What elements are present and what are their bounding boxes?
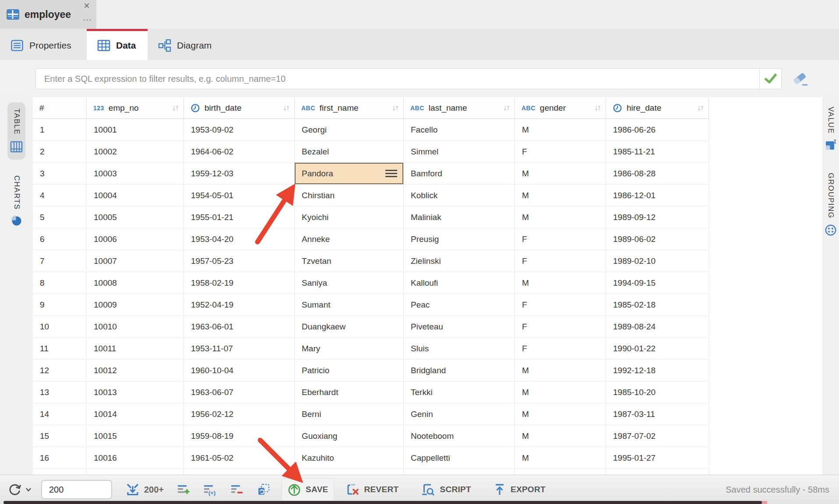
grid-cell[interactable]: 10007 [87, 250, 184, 272]
grid-cell[interactable]: Kazuhito [295, 447, 404, 469]
save-button[interactable]: SAVE [282, 479, 334, 500]
grid-cell[interactable]: M [515, 206, 606, 228]
grid-cell[interactable]: 1986-06-26 [606, 119, 709, 141]
refresh-button[interactable] [7, 482, 32, 497]
grid-cell[interactable]: 1963-06-01 [184, 316, 295, 338]
grid-cell[interactable]: Bezalel [295, 141, 404, 163]
grid-cell[interactable]: Facello [404, 119, 515, 141]
grid-cell[interactable]: Koblick [404, 185, 515, 206]
grid-cell[interactable]: Simmel [404, 141, 515, 163]
grid-cell[interactable]: 1986-08-28 [606, 163, 709, 185]
row-number-cell[interactable]: 15 [33, 425, 87, 447]
grid-cell[interactable]: 10011 [87, 338, 184, 360]
grid-cell[interactable]: 1957-05-23 [184, 250, 295, 272]
row-number-cell[interactable]: 10 [33, 316, 87, 338]
row-number-cell[interactable]: 1 [33, 119, 87, 141]
grid-cell[interactable]: 1953-04-20 [184, 228, 295, 250]
cell-options-icon[interactable] [385, 170, 397, 177]
grid-cell[interactable]: 1954-05-01 [184, 185, 295, 206]
grid-cell[interactable]: Bridgland [404, 360, 515, 382]
grid-cell[interactable]: M [515, 403, 606, 425]
grid-cell[interactable]: 1995-01-27 [606, 447, 709, 469]
grid-cell[interactable]: 1987-07-02 [606, 425, 709, 447]
tab-data[interactable]: Data [87, 29, 148, 60]
grid-cell[interactable]: Mary [295, 338, 404, 360]
grid-cell[interactable]: M [515, 425, 606, 447]
duplicate-row-button[interactable]: (+) [203, 483, 217, 496]
grid-cell[interactable]: F [515, 250, 606, 272]
row-number-cell[interactable]: 11 [33, 338, 87, 360]
row-number-cell[interactable]: 13 [33, 382, 87, 403]
grid-cell[interactable]: Duangkaew [295, 316, 404, 338]
editor-tab-employee[interactable]: employee [0, 0, 96, 29]
grid-cell[interactable]: M [515, 185, 606, 206]
grid-cell[interactable]: Eberhardt [295, 382, 404, 403]
grid-cell[interactable]: Piveteau [404, 316, 515, 338]
grid-cell[interactable]: 10001 [87, 119, 184, 141]
grid-cell[interactable]: 1985-02-18 [606, 294, 709, 316]
grid-cell[interactable]: 1990-01-22 [606, 338, 709, 360]
grid-cell[interactable]: 1964-06-02 [184, 141, 295, 163]
grid-cell[interactable]: F [515, 316, 606, 338]
column-header-first_name[interactable]: ABCfirst_name↓↑ [295, 97, 404, 119]
row-number-cell[interactable]: 14 [33, 403, 87, 425]
grid-cell[interactable]: 10004 [87, 185, 184, 206]
close-icon[interactable]: × [84, 0, 90, 11]
rail-tab-grouping[interactable]: GROUPING [822, 167, 839, 242]
grid-cell[interactable]: 1961-05-02 [184, 447, 295, 469]
column-header-rownum[interactable]: # [33, 97, 87, 119]
add-row-button[interactable] [177, 483, 190, 496]
revert-button[interactable]: REVERT [341, 479, 404, 500]
grid-cell[interactable]: 1989-08-24 [606, 316, 709, 338]
grid-cell[interactable]: 10015 [87, 425, 184, 447]
grid-cell[interactable]: 1959-08-19 [184, 425, 295, 447]
grid-cell[interactable]: Peac [404, 294, 515, 316]
grid-cell[interactable]: 1960-10-04 [184, 360, 295, 382]
sort-icon[interactable]: ↓↑ [392, 103, 398, 112]
tab-overflow-icon[interactable]: ··· [83, 16, 92, 24]
grid-cell[interactable]: Guoxiang [295, 425, 404, 447]
tab-properties[interactable]: Properties [0, 29, 87, 60]
grid-cell[interactable]: 10008 [87, 272, 184, 294]
row-number-cell[interactable]: 7 [33, 250, 87, 272]
grid-cell[interactable]: Cappelletti [404, 447, 515, 469]
grid-cell[interactable]: 10003 [87, 163, 184, 185]
export-button[interactable]: EXPORT [488, 479, 551, 500]
delete-row-button[interactable] [230, 483, 243, 496]
grid-cell[interactable]: 10016 [87, 447, 184, 469]
grid-cell[interactable]: 1952-04-19 [184, 294, 295, 316]
row-number-cell[interactable]: 6 [33, 228, 87, 250]
grid-cell[interactable]: 1989-09-12 [606, 206, 709, 228]
grid-cell[interactable]: 10013 [87, 382, 184, 403]
rail-tab-charts[interactable]: CHARTS [9, 169, 24, 232]
grid-cell[interactable]: M [515, 163, 606, 185]
grid-cell[interactable]: 10010 [87, 316, 184, 338]
grid-cell[interactable]: Kalloufi [404, 272, 515, 294]
grid-cell[interactable]: Terkki [404, 382, 515, 403]
grid-cell[interactable]: Bamford [404, 163, 515, 185]
sort-icon[interactable]: ↓↑ [172, 103, 178, 112]
grid-cell[interactable]: 10006 [87, 228, 184, 250]
grid-cell[interactable]: Sluis [404, 338, 515, 360]
script-button[interactable]: SCRIPT [415, 479, 476, 500]
grid-cell[interactable]: 1985-10-20 [606, 382, 709, 403]
grid-cell[interactable]: F [515, 228, 606, 250]
grid-cell[interactable]: 1986-12-01 [606, 185, 709, 206]
grid-cell[interactable]: Chirstian [295, 185, 404, 206]
column-header-gender[interactable]: ABCgender↓↑ [515, 97, 606, 119]
grid-cell[interactable]: 1992-12-18 [606, 360, 709, 382]
sort-icon[interactable]: ↓↑ [503, 103, 509, 112]
grid-cell[interactable]: 1959-12-03 [184, 163, 295, 185]
fetch-next-page-button[interactable]: 200+ [125, 483, 164, 497]
grid-cell[interactable]: 1985-11-21 [606, 141, 709, 163]
grid-cell[interactable]: 1987-03-11 [606, 403, 709, 425]
clear-filter-button[interactable] [791, 72, 809, 87]
grid-cell[interactable]: 10005 [87, 206, 184, 228]
grid-cell[interactable]: 1989-02-10 [606, 250, 709, 272]
grid-cell[interactable]: 1958-02-19 [184, 272, 295, 294]
tab-diagram[interactable]: Diagram [148, 29, 231, 60]
row-number-cell[interactable]: 5 [33, 206, 87, 228]
grid-cell[interactable]: M [515, 119, 606, 141]
column-header-hire_date[interactable]: hire_date↓↑ [606, 97, 709, 119]
grid-cell[interactable]: Anneke [295, 228, 404, 250]
